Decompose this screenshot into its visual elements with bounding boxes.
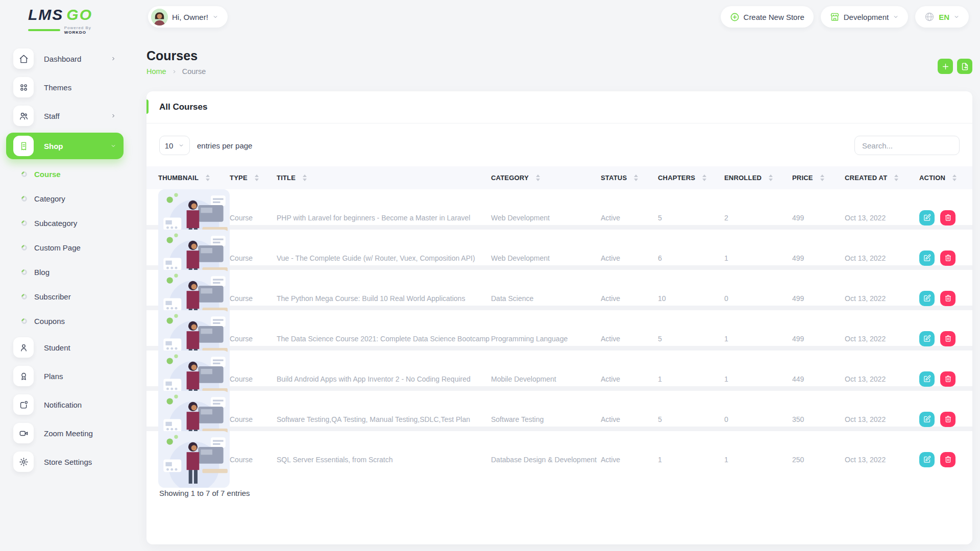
delete-button[interactable] [940,291,955,306]
sidebar-subitem-subcategory[interactable]: Subcategory [6,213,124,233]
column-header[interactable]: TYPE [230,174,277,182]
course-thumbnail [158,431,230,488]
column-header[interactable]: TITLE [277,174,491,182]
course-type: Course [230,335,277,343]
trash-icon [944,375,952,383]
edit-icon [923,254,931,262]
sort-icon[interactable] [952,174,957,181]
column-label: CREATED AT [845,174,887,182]
all-courses-card: All Courses 10 entries per page THUMBNAI… [146,91,972,544]
sort-icon[interactable] [702,174,706,181]
course-title: The Data Science Course 2021: Complete D… [277,335,491,343]
greeting-label: Hi, Owner! [172,13,208,21]
sort-icon[interactable] [769,174,773,181]
entries-per-page-select[interactable]: 10 [159,136,190,155]
course-title: The Python Mega Course: Build 10 Real Wo… [277,294,491,303]
course-enrolled: 0 [724,415,792,423]
trash-icon [944,254,952,262]
edit-button[interactable] [919,251,935,266]
create-new-store-button[interactable]: Create New Store [721,6,814,28]
user-menu-button[interactable]: Hi, Owner! [148,6,228,28]
sort-icon[interactable] [634,174,638,181]
sort-icon[interactable] [255,174,259,181]
add-course-button[interactable] [938,59,953,74]
delete-button[interactable] [940,412,955,427]
student-icon [13,337,34,358]
sidebar-item-store-settings[interactable]: Store Settings [6,450,124,473]
course-created-at: Oct 13, 2022 [845,294,919,303]
sort-icon[interactable] [303,174,307,181]
course-chapters: 1 [658,456,724,464]
course-enrolled: 1 [724,375,792,383]
course-created-at: Oct 13, 2022 [845,375,919,383]
edit-button[interactable] [919,210,935,226]
sidebar-item-zoom-meeting[interactable]: Zoom Meeting [6,421,124,445]
language-label: EN [939,13,949,21]
table-row: Course The Data Science Course 2021: Com… [146,310,972,350]
grid-icon [13,77,34,97]
sidebar-subitem-blog[interactable]: Blog [6,262,124,282]
course-chapters: 5 [658,214,724,222]
search-input[interactable] [854,136,960,155]
column-header[interactable]: ACTION [919,174,961,182]
delete-button[interactable] [940,452,955,467]
sidebar-item-student[interactable]: Student [6,336,124,359]
course-status: Active [601,456,658,464]
sidebar-subitem-coupons[interactable]: Coupons [6,311,124,331]
column-header[interactable]: CHAPTERS [658,174,724,182]
breadcrumb-home-link[interactable]: Home [146,67,166,76]
language-selector[interactable]: EN [915,6,969,28]
column-header[interactable]: CATEGORY [491,174,601,182]
delete-button[interactable] [940,210,955,226]
sort-icon[interactable] [894,174,898,181]
bullet-icon [20,292,29,300]
sort-icon[interactable] [536,174,540,181]
sidebar-subitem-course[interactable]: Course [6,164,124,184]
column-header[interactable]: CREATED AT [845,174,919,182]
sidebar-item-themes[interactable]: Themes [6,76,124,99]
course-category: Web Development [491,254,601,262]
delete-button[interactable] [940,251,955,266]
sort-icon[interactable] [206,174,210,181]
logo-go: GO [66,6,92,23]
receipt-icon [13,136,34,156]
course-status: Active [601,375,658,383]
home-icon [13,48,34,69]
notification-icon [13,394,34,415]
store-selector-label: Development [844,13,889,21]
sidebar-item-notification[interactable]: Notification [6,393,124,416]
delete-button[interactable] [940,331,955,346]
breadcrumb-current: Course [182,67,206,76]
trash-icon [944,214,952,221]
gear-icon [13,452,34,472]
column-label: PRICE [792,174,813,182]
export-button[interactable] [957,59,972,74]
sidebar-item-dashboard[interactable]: Dashboard [6,47,124,70]
sidebar-item-staff[interactable]: Staff [6,104,124,128]
course-created-at: Oct 13, 2022 [845,335,919,343]
chevron-down-icon [110,143,116,149]
edit-button[interactable] [919,412,935,427]
edit-button[interactable] [919,371,935,387]
sidebar-subitem-custom-page[interactable]: Custom Page [6,238,124,257]
column-header[interactable]: ENROLLED [724,174,792,182]
edit-button[interactable] [919,452,935,467]
app-logo[interactable]: LMS GO Powered By WORKDO [28,6,110,35]
column-header[interactable]: THUMBNAIL [158,174,230,182]
course-type: Course [230,254,277,262]
award-icon [13,366,34,386]
sidebar-subitem-category[interactable]: Category [6,189,124,208]
sidebar-subitem-subscriber[interactable]: Subscriber [6,287,124,306]
column-header[interactable]: STATUS [601,174,658,182]
delete-button[interactable] [940,371,955,387]
course-chapters: 10 [658,294,724,303]
edit-button[interactable] [919,291,935,306]
sort-icon[interactable] [820,174,824,181]
course-price: 350 [792,415,845,423]
table-summary: Showing 1 to 7 of 7 entries [146,471,972,515]
edit-button[interactable] [919,331,935,346]
sidebar-item-shop[interactable]: Shop [6,133,124,159]
sidebar-item-plans[interactable]: Plans [6,364,124,388]
column-header[interactable]: PRICE [792,174,845,182]
store-selector[interactable]: Development [821,6,908,28]
